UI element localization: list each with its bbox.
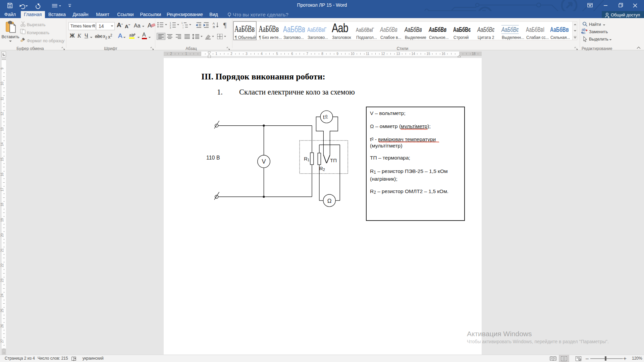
svg-text:Ω: Ω (327, 198, 332, 204)
svg-text:Я: Я (213, 25, 215, 29)
svg-text:V: V (262, 158, 266, 165)
svg-text:t: t (323, 114, 325, 120)
svg-text:¶: ¶ (223, 21, 226, 29)
svg-text:R2: R2 (319, 166, 325, 172)
svg-text:2: 2 (170, 24, 171, 26)
svg-text:R1: R1 (304, 156, 310, 162)
svg-text:1: 1 (170, 22, 171, 24)
svg-text:3: 3 (170, 26, 171, 29)
svg-text:i: i (183, 24, 183, 26)
svg-text:110 В: 110 В (206, 155, 220, 161)
svg-text:ТП: ТП (330, 158, 337, 163)
svg-text:1: 1 (181, 22, 183, 24)
svg-text:o: o (325, 114, 328, 118)
svg-text:А: А (213, 22, 215, 25)
svg-text:i: i (183, 26, 183, 29)
